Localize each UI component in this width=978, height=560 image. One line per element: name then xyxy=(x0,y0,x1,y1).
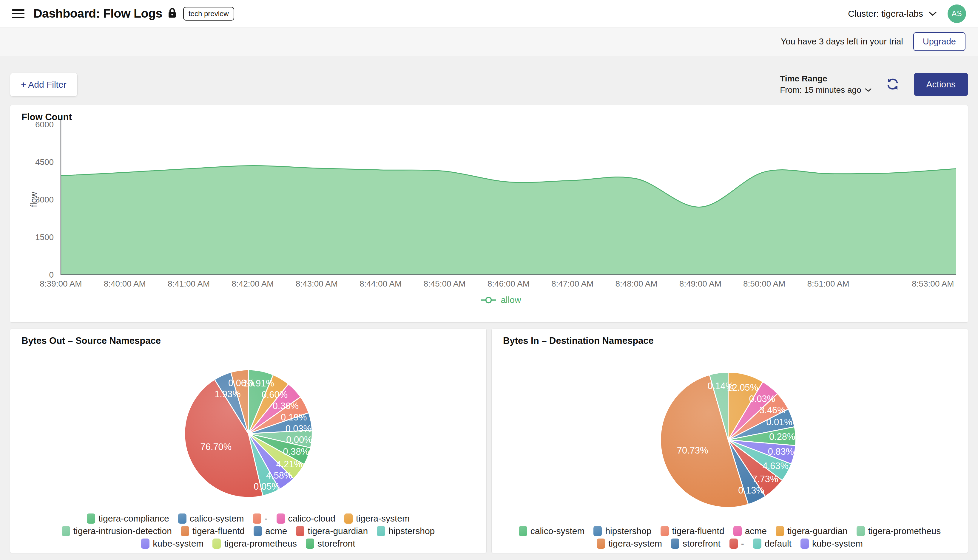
legend-item-tigera-guardian[interactable]: tigera-guardian xyxy=(776,526,848,536)
trial-message: You have 3 days left in your trial xyxy=(781,37,903,47)
legend-label: storefront xyxy=(683,538,721,549)
x-tick-label: 8:51:00 AM xyxy=(807,279,849,288)
x-tick-label: 8:42:00 AM xyxy=(232,279,274,288)
hamburger-menu-icon[interactable] xyxy=(12,9,25,18)
y-tick-label: 0 xyxy=(49,270,54,279)
pie-slice-label: 0.28% xyxy=(769,432,795,442)
legend-item-hipstershop[interactable]: hipstershop xyxy=(593,526,651,536)
legend-swatch xyxy=(253,513,261,523)
x-tick-label: 8:48:00 AM xyxy=(615,279,657,288)
legend-label: tigera-compliance xyxy=(98,513,169,523)
legend-item--[interactable]: - xyxy=(253,513,268,523)
legend-swatch xyxy=(776,526,784,536)
pie-slice-label: 0.38% xyxy=(283,447,309,457)
legend-item-tigera-prometheus[interactable]: tigera-prometheus xyxy=(856,526,941,536)
legend-row: tigera-compliancecalico-system-calico-cl… xyxy=(10,513,486,523)
legend-item-calico-system[interactable]: calico-system xyxy=(519,526,585,536)
pie-slice-label: 0.01% xyxy=(766,417,792,427)
bytes-in-legend: calico-systemhipstershoptigera-fluentdac… xyxy=(492,526,968,549)
pie-slice-label: 0.14% xyxy=(708,381,734,391)
legend-item-calico-system[interactable]: calico-system xyxy=(178,513,244,523)
pie-slice-label: 0.19% xyxy=(281,412,307,423)
pie-slice-label: 0.83% xyxy=(768,447,794,457)
pie-slice-label: 1.93% xyxy=(215,389,240,399)
legend-swatch xyxy=(62,526,70,536)
legend-item-calico-cloud[interactable]: calico-cloud xyxy=(277,513,335,523)
legend-row: calico-systemhipstershoptigera-fluentdac… xyxy=(492,526,968,536)
bytes-in-pie-chart[interactable]: 12.05%0.03%3.46%0.01%0.28%0.83%4.63%7.73… xyxy=(492,329,968,553)
legend-swatch xyxy=(254,526,262,536)
pie-slice-label: 0.13% xyxy=(738,485,764,496)
legend-item-tigera-guardian[interactable]: tigera-guardian xyxy=(296,526,368,536)
cluster-label: Cluster: tigera-labs xyxy=(848,8,923,19)
cluster-selector[interactable]: Cluster: tigera-labs xyxy=(848,8,937,19)
legend-item-default[interactable]: default xyxy=(753,538,791,549)
legend-item-storefront[interactable]: storefront xyxy=(671,538,721,549)
pie-slice-label: 76.70% xyxy=(200,442,232,452)
legend-label: tigera-fluentd xyxy=(192,526,245,536)
pie-slice-label: 4.21% xyxy=(276,459,302,469)
legend-item-acme[interactable]: acme xyxy=(733,526,767,536)
flow-count-chart[interactable]: 01500300045006000flow8:39:00 AM8:40:00 A… xyxy=(10,105,968,322)
legend-item-tigera-system[interactable]: tigera-system xyxy=(344,513,410,523)
pie-slice-label: 0.36% xyxy=(273,401,299,411)
legend-item-kube-system[interactable]: kube-system xyxy=(801,538,863,549)
time-range-selector[interactable]: Time Range From: 15 minutes ago xyxy=(780,74,871,95)
legend-item-tigera-intrusion-detection[interactable]: tigera-intrusion-detection xyxy=(62,526,172,536)
top-bar: Dashboard: Flow Logs tech preview Cluste… xyxy=(0,0,978,27)
bytes-out-legend: tigera-compliancecalico-system-calico-cl… xyxy=(10,513,486,549)
legend-item-tigera-compliance[interactable]: tigera-compliance xyxy=(87,513,169,523)
legend-item-tigera-fluentd[interactable]: tigera-fluentd xyxy=(181,526,245,536)
time-range-title: Time Range xyxy=(780,74,871,83)
legend-swatch xyxy=(141,538,150,549)
chevron-down-icon xyxy=(928,11,937,17)
pie-slice-label: 0.03% xyxy=(285,423,312,434)
x-tick-label: 8:50:00 AM xyxy=(743,279,785,288)
trial-banner: You have 3 days left in your trial Upgra… xyxy=(0,27,978,56)
x-tick-label: 8:44:00 AM xyxy=(359,279,402,288)
x-tick-label: 8:45:00 AM xyxy=(423,279,466,288)
legend-item-storefront[interactable]: storefront xyxy=(306,538,355,549)
y-tick-label: 1500 xyxy=(35,233,54,242)
avatar[interactable]: AS xyxy=(948,5,966,23)
legend-label: tigera-guardian xyxy=(308,526,368,536)
legend-label: storefront xyxy=(317,538,355,549)
bytes-in-title: Bytes In – Destination Namespace xyxy=(503,335,654,346)
tech-preview-badge: tech preview xyxy=(183,7,234,20)
legend-item-tigera-prometheus[interactable]: tigera-prometheus xyxy=(212,538,297,549)
legend-row: tigera-systemstorefront-defaultkube-syst… xyxy=(492,538,968,549)
legend-item-hipstershop[interactable]: hipstershop xyxy=(377,526,435,536)
refresh-icon xyxy=(886,77,900,91)
legend-label: kube-system xyxy=(812,538,863,549)
legend-swatch xyxy=(212,538,221,549)
upgrade-button[interactable]: Upgrade xyxy=(913,32,965,51)
actions-button[interactable]: Actions xyxy=(914,73,968,96)
legend-item--[interactable]: - xyxy=(729,538,744,549)
legend-item-kube-system[interactable]: kube-system xyxy=(141,538,204,549)
legend-swatch xyxy=(801,538,809,549)
x-tick-label: 8:53:00 AM xyxy=(912,279,954,288)
legend-item-acme[interactable]: acme xyxy=(254,526,287,536)
add-filter-button[interactable]: + Add Filter xyxy=(10,73,78,97)
legend-swatch xyxy=(729,538,738,549)
legend-swatch xyxy=(296,526,304,536)
refresh-button[interactable] xyxy=(885,76,901,93)
flow-count-title: Flow Count xyxy=(22,112,72,123)
legend-swatch xyxy=(181,526,189,536)
legend-item-tigera-system[interactable]: tigera-system xyxy=(597,538,662,549)
bytes-in-panel: Bytes In – Destination Namespace 12.05%0… xyxy=(491,328,968,553)
legend-item-tigera-fluentd[interactable]: tigera-fluentd xyxy=(661,526,724,536)
legend-swatch xyxy=(671,538,679,549)
legend-label: calico-system xyxy=(531,526,585,536)
pie-slice-label: 0.00% xyxy=(286,435,312,445)
allow-legend-label[interactable]: allow xyxy=(501,295,521,305)
dashboard-content: + Add Filter Time Range From: 15 minutes… xyxy=(0,56,978,553)
legend-swatch xyxy=(593,526,602,536)
x-tick-label: 8:47:00 AM xyxy=(551,279,593,288)
legend-label: tigera-prometheus xyxy=(224,538,297,549)
pie-slice-label: 0.06% xyxy=(228,378,254,388)
chevron-down-icon xyxy=(865,88,871,92)
legend-swatch xyxy=(661,526,669,536)
y-tick-label: 4500 xyxy=(35,157,54,167)
legend-label: acme xyxy=(745,526,767,536)
